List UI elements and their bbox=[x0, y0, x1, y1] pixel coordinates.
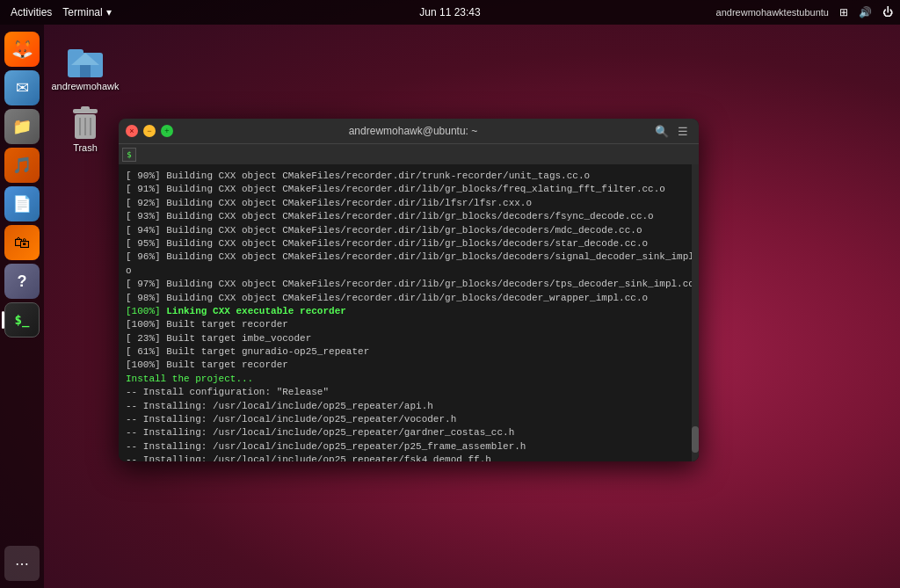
desktop: Activities Terminal ▾ Jun 11 23:43 andre… bbox=[0, 0, 900, 588]
terminal-icon: $_ bbox=[15, 313, 30, 327]
term-line: [ 92%] Building CXX object CMakeFiles/re… bbox=[126, 197, 692, 210]
topbar: Activities Terminal ▾ Jun 11 23:43 andre… bbox=[0, 0, 900, 25]
terminal-minimize-button[interactable]: − bbox=[143, 125, 156, 137]
terminal-body[interactable]: [ 90%] Building CXX object CMakeFiles/re… bbox=[119, 164, 699, 461]
term-line: [ 93%] Building CXX object CMakeFiles/re… bbox=[126, 210, 692, 223]
term-line: [ 97%] Building CXX object CMakeFiles/re… bbox=[126, 278, 692, 291]
chevron-down-icon: ▾ bbox=[106, 6, 112, 18]
dock-item-software[interactable]: 🛍 bbox=[4, 225, 40, 260]
term-line: [ 61%] Built target gnuradio-op25_repeat… bbox=[126, 345, 692, 359]
topbar-datetime: Jun 11 23:43 bbox=[419, 6, 480, 18]
dock-item-email[interactable]: ✉ bbox=[4, 70, 40, 105]
term-line: [100%] Built target recorder bbox=[126, 359, 692, 372]
dock: 🦊 ✉ 📁 🎵 📄 🛍 ? $_ bbox=[0, 25, 44, 588]
maximize-icon: + bbox=[164, 127, 169, 135]
topbar-right: andrewmohawktestubuntu ⊞ 🔊 ⏻ bbox=[716, 6, 893, 18]
terminal-scrollbar-thumb[interactable] bbox=[692, 426, 699, 453]
svg-rect-5 bbox=[81, 106, 90, 111]
terminal-menu-button[interactable]: ☰ bbox=[674, 122, 692, 140]
home-folder-icon bbox=[68, 44, 103, 79]
andrewmohawk-label: andrewmohawk bbox=[51, 81, 119, 91]
dock-item-files[interactable]: 📁 bbox=[4, 109, 40, 144]
terminal-toolbar: $ bbox=[119, 143, 699, 164]
term-line: [ 94%] Building CXX object CMakeFiles/re… bbox=[126, 224, 692, 237]
dock-item-apps-grid[interactable]: ⋯ bbox=[4, 546, 40, 581]
term-line: -- Install configuration: "Release" bbox=[126, 386, 692, 399]
terminal-scrollbar[interactable] bbox=[692, 164, 699, 461]
terminal-maximize-button[interactable]: + bbox=[161, 125, 173, 137]
activities-button[interactable]: Activities bbox=[7, 6, 55, 18]
dock-item-firefox[interactable]: 🦊 bbox=[4, 32, 40, 67]
docs-icon: 📄 bbox=[12, 194, 32, 214]
desktop-icon-trash[interactable]: Trash bbox=[54, 105, 116, 153]
minimize-icon: − bbox=[147, 127, 151, 135]
trash-label: Trash bbox=[73, 142, 98, 153]
term-line: [ 91%] Building CXX object CMakeFiles/re… bbox=[126, 183, 692, 196]
term-line: [ 98%] Building CXX object CMakeFiles/re… bbox=[126, 292, 692, 305]
files-icon: 📁 bbox=[12, 117, 32, 136]
term-line: -- Installing: /usr/local/include/op25_r… bbox=[126, 400, 692, 413]
term-line: -- Installing: /usr/local/include/op25_r… bbox=[126, 426, 692, 439]
dock-item-rhythmbox[interactable]: 🎵 bbox=[4, 148, 40, 183]
term-line: [ 23%] Built target imbe_vocoder bbox=[126, 332, 692, 345]
firefox-icon: 🦊 bbox=[11, 39, 33, 60]
term-line: [100%] Linking CXX executable recorder bbox=[126, 305, 692, 318]
power-icon[interactable]: ⏻ bbox=[882, 6, 893, 18]
terminal-app-name: Terminal bbox=[62, 6, 102, 18]
terminal-titlebar: × − + andrewmohawk@ubuntu: ~ 🔍 ☰ bbox=[119, 119, 699, 143]
topbar-left: Activities Terminal ▾ bbox=[7, 6, 112, 18]
dock-item-help[interactable]: ? bbox=[4, 264, 40, 299]
term-line: [ 96%] Building CXX object CMakeFiles/re… bbox=[126, 250, 692, 264]
network-icon[interactable]: ⊞ bbox=[839, 6, 848, 18]
volume-icon[interactable]: 🔊 bbox=[859, 6, 872, 18]
datetime-label: Jun 11 23:43 bbox=[419, 6, 480, 18]
apps-grid-icon: ⋯ bbox=[15, 555, 29, 572]
terminal-app-menu[interactable]: Terminal ▾ bbox=[62, 6, 111, 18]
menu-icon: ☰ bbox=[678, 125, 688, 138]
terminal-tab-icon: $ bbox=[122, 148, 136, 162]
term-line: [ 95%] Building CXX object CMakeFiles/re… bbox=[126, 237, 692, 250]
rhythmbox-icon: 🎵 bbox=[12, 156, 32, 175]
terminal-window: × − + andrewmohawk@ubuntu: ~ 🔍 ☰ bbox=[119, 119, 699, 461]
software-icon: 🛍 bbox=[14, 234, 30, 252]
terminal-search-button[interactable]: 🔍 bbox=[653, 122, 671, 140]
dock-item-docs[interactable]: 📄 bbox=[4, 186, 40, 221]
email-icon: ✉ bbox=[16, 78, 29, 98]
svg-rect-3 bbox=[80, 65, 91, 77]
term-line: o bbox=[126, 265, 692, 278]
term-line: -- Installing: /usr/local/include/op25_r… bbox=[126, 454, 692, 461]
term-line: -- Installing: /usr/local/include/op25_r… bbox=[126, 413, 692, 426]
terminal-title-text: andrewmohawk@ubuntu: ~ bbox=[173, 125, 653, 137]
term-line: [ 90%] Building CXX object CMakeFiles/re… bbox=[126, 170, 692, 183]
trash-icon bbox=[68, 105, 103, 141]
terminal-close-button[interactable]: × bbox=[126, 125, 138, 137]
close-icon: × bbox=[129, 127, 134, 135]
term-line: -- Installing: /usr/local/include/op25_r… bbox=[126, 440, 692, 454]
dock-item-terminal[interactable]: $_ bbox=[4, 302, 40, 338]
window-title: andrewmohawktestubuntu bbox=[716, 7, 829, 18]
desktop-icon-andrewmohawk[interactable]: andrewmohawk bbox=[54, 44, 116, 91]
term-line: [100%] Built target recorder bbox=[126, 318, 692, 331]
search-icon: 🔍 bbox=[655, 125, 669, 138]
term-line: Install the project... bbox=[126, 373, 692, 386]
help-icon: ? bbox=[18, 272, 27, 291]
